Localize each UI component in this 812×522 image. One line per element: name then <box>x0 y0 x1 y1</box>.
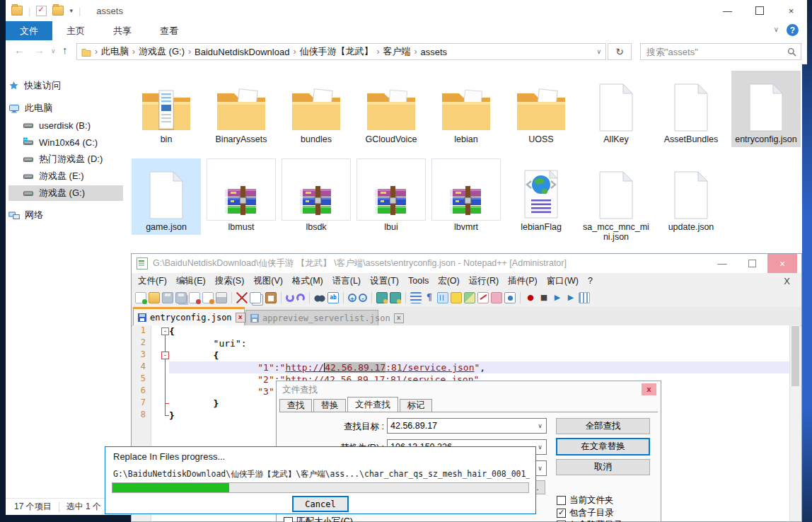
chevron-down-icon[interactable]: ∨ <box>596 48 601 55</box>
breadcrumb[interactable]: › 此电脑 › 游戏盘 (G:) › BaiduNetdiskDownload … <box>76 43 606 60</box>
file-item-lbsdk[interactable]: lbsdk <box>282 158 351 235</box>
checkbox-icon[interactable] <box>557 509 566 518</box>
menu-item-window[interactable]: 窗口(W) <box>547 275 579 287</box>
chevron-down-icon[interactable]: ∨ <box>51 47 56 54</box>
search-input[interactable] <box>645 46 787 58</box>
menu-item-plugins[interactable]: 插件(P) <box>508 275 538 287</box>
tab-close-icon[interactable]: x <box>236 313 245 323</box>
file-item-gamejson[interactable]: game.json <box>132 158 201 235</box>
cancel-button[interactable]: Cancel <box>292 496 349 512</box>
sidebar-item-this-pc[interactable]: 此电脑 <box>8 100 123 116</box>
document-map-icon[interactable] <box>464 292 475 303</box>
tab-find-in-files[interactable]: 文件查找 <box>347 397 398 412</box>
zoom-out-icon[interactable] <box>359 294 367 302</box>
checkbox-icon[interactable] <box>284 517 293 522</box>
zoom-in-icon[interactable] <box>348 294 356 302</box>
breadcrumb-segment[interactable]: BaiduNetdiskDownload <box>195 47 289 57</box>
sidebar-item-drive-c[interactable]: Win10x64 (C:) <box>8 134 123 150</box>
grid-icon[interactable] <box>579 292 590 303</box>
minimize-button[interactable]: — <box>708 254 736 273</box>
refresh-icon[interactable]: ↻ <box>608 43 632 60</box>
ribbon-tab-view[interactable]: 查看 <box>146 21 192 40</box>
cancel-button[interactable]: 取消 <box>556 459 650 475</box>
breadcrumb-segment[interactable]: 客户端 <box>383 45 410 58</box>
new-file-icon[interactable] <box>135 292 146 303</box>
sidebar-item-drive-e[interactable]: 游戏盘 (E:) <box>8 168 123 184</box>
function-completion-icon[interactable] <box>451 292 462 303</box>
file-item-allkey[interactable]: AllKey <box>581 71 651 147</box>
menu-item-language[interactable]: 语言(L) <box>332 275 361 287</box>
back-arrow-icon[interactable]: ← <box>14 44 25 56</box>
tab-close-icon[interactable]: x <box>394 313 404 323</box>
file-item-lebian[interactable]: lebian <box>431 71 501 147</box>
file-item-uoss[interactable]: UOSS <box>506 71 576 147</box>
sync-vertical-icon[interactable] <box>376 292 388 303</box>
file-item-bundles[interactable]: bundles <box>282 71 351 147</box>
tab-entryconfig[interactable]: entryconfig.json x <box>133 307 245 325</box>
file-item-entryconfig[interactable]: entryconfig.json <box>731 71 801 147</box>
close-icon[interactable] <box>189 292 200 303</box>
checkbox-include-subdirs[interactable]: 包含子目录 <box>557 507 614 519</box>
menu-item-help[interactable]: ? <box>588 276 593 286</box>
close-button[interactable]: × <box>775 0 807 21</box>
breadcrumb-segment[interactable]: 仙侠手游【龙武】 <box>299 45 373 58</box>
maximize-button[interactable] <box>743 0 775 21</box>
file-item-binaryassets[interactable]: BinaryAssets <box>207 71 276 147</box>
ribbon-tab-home[interactable]: 主页 <box>52 21 99 40</box>
file-item-sa-mcc[interactable]: sa_mcc_mnc_mini.json <box>581 158 651 245</box>
sync-horizontal-icon[interactable] <box>390 292 401 303</box>
checkbox-current-folder[interactable]: 当前文件夹 <box>557 494 614 506</box>
sidebar-item-drive-d[interactable]: 热门游戏盘 (D:) <box>8 151 123 167</box>
find-target-combo[interactable]: ∨ <box>387 418 547 434</box>
ribbon-tab-share[interactable]: 共享 <box>99 21 146 40</box>
close-button[interactable]: × <box>767 254 797 273</box>
sidebar-item-drive-b[interactable]: userdisk (B:) <box>8 117 123 133</box>
tab-appreview-serverlist[interactable]: appreview_serverlist.json x <box>245 310 378 325</box>
fold-collapse-icon[interactable] <box>161 352 169 359</box>
search-box[interactable] <box>640 43 801 60</box>
menu-item-tools[interactable]: Tools <box>408 276 429 286</box>
menu-item-macro[interactable]: 宏(O) <box>438 275 460 287</box>
find-icon[interactable] <box>314 292 325 303</box>
sidebar-item-drive-g[interactable]: 游戏盘 (G:) <box>8 185 123 201</box>
editor-scrollbar[interactable] <box>789 325 801 521</box>
sidebar-item-network[interactable]: 网络 <box>8 207 123 223</box>
menu-item-search[interactable]: 搜索(S) <box>215 275 245 287</box>
macro-play-icon[interactable] <box>552 292 563 303</box>
folder-as-workspace-icon[interactable] <box>491 292 502 303</box>
breadcrumb-segment[interactable]: assets <box>420 47 447 57</box>
replace-icon[interactable] <box>327 292 339 303</box>
tab-find[interactable]: 查找 <box>279 399 312 412</box>
menu-item-settings[interactable]: 设置(T) <box>370 275 399 287</box>
copy-icon[interactable] <box>250 292 261 303</box>
file-item-lbmust[interactable]: lbmust <box>207 158 276 235</box>
notepadpp-titlebar[interactable]: G:\BaiduNetdiskDownload\仙侠手游 【龙武】 \客户端\a… <box>132 254 801 273</box>
file-item-lebianflag[interactable]: lebianFlag <box>506 158 576 235</box>
cut-icon[interactable] <box>236 292 248 303</box>
search-icon[interactable] <box>787 47 796 57</box>
tab-replace[interactable]: 替换 <box>313 399 346 412</box>
paste-icon[interactable] <box>265 292 277 303</box>
close-all-icon[interactable] <box>202 292 214 303</box>
word-wrap-icon[interactable] <box>410 292 422 303</box>
monitor-icon[interactable] <box>504 292 516 303</box>
indent-guide-icon[interactable] <box>437 292 448 303</box>
print-icon[interactable] <box>216 292 227 303</box>
up-arrow-icon[interactable]: ↑ <box>62 44 68 56</box>
redo-icon[interactable] <box>296 294 305 302</box>
folder-icon[interactable] <box>52 6 64 16</box>
doc-close-x[interactable]: X <box>784 273 790 289</box>
file-item-lbvmrt[interactable]: lbvmrt <box>431 158 501 235</box>
function-list-icon[interactable] <box>477 292 489 303</box>
close-icon[interactable]: x <box>642 383 656 395</box>
fold-collapse-icon[interactable] <box>161 327 169 335</box>
file-item-updatejson[interactable]: update.json <box>656 158 726 235</box>
menu-item-file[interactable]: 文件(F) <box>138 275 167 287</box>
find-all-button[interactable]: 全部查找 <box>556 418 650 434</box>
help-icon[interactable]: ? <box>787 24 799 36</box>
macro-record-icon[interactable] <box>525 292 536 303</box>
breadcrumb-segment[interactable]: 游戏盘 (G:) <box>139 45 185 58</box>
undo-icon[interactable] <box>286 294 294 302</box>
file-item-lbui[interactable]: lbui <box>356 158 426 235</box>
chevron-down-icon[interactable]: ∨ <box>774 25 779 33</box>
